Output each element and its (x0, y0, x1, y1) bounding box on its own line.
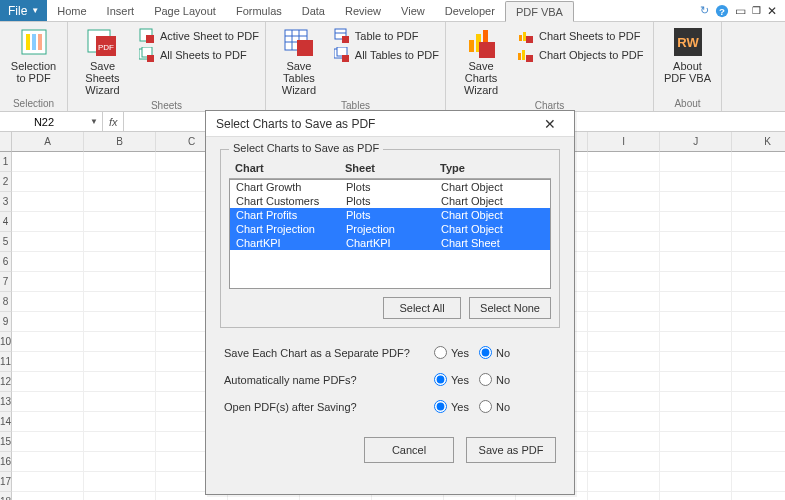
cell[interactable] (660, 392, 732, 412)
cell[interactable] (588, 212, 660, 232)
chart-list-row[interactable]: Chart GrowthPlotsChart Object (230, 180, 550, 194)
select-all-corner[interactable] (0, 132, 12, 152)
cell[interactable] (588, 232, 660, 252)
cell[interactable] (12, 272, 84, 292)
cell[interactable] (660, 372, 732, 392)
all-sheets-to-pdf-button[interactable]: All Sheets to PDF (139, 47, 259, 63)
cell[interactable] (588, 292, 660, 312)
row-header[interactable]: 2 (0, 172, 12, 192)
cell[interactable] (12, 392, 84, 412)
cell[interactable] (660, 192, 732, 212)
cell[interactable] (588, 332, 660, 352)
cell[interactable] (660, 332, 732, 352)
cell[interactable] (588, 372, 660, 392)
cell[interactable] (84, 452, 156, 472)
cell[interactable] (732, 472, 785, 492)
cell[interactable] (84, 212, 156, 232)
cell[interactable] (84, 232, 156, 252)
cell[interactable] (588, 192, 660, 212)
save-sheets-wizard-button[interactable]: PDF Save Sheets Wizard (74, 26, 131, 96)
cell[interactable] (84, 412, 156, 432)
opt-autoname-yes[interactable]: Yes (434, 373, 469, 386)
save-tables-wizard-button[interactable]: Save Tables Wizard (272, 26, 326, 96)
cell[interactable] (588, 352, 660, 372)
row-header[interactable]: 6 (0, 252, 12, 272)
chart-list-row[interactable]: Chart ProfitsPlotsChart Object (230, 208, 550, 222)
cell[interactable] (12, 212, 84, 232)
cell[interactable] (588, 392, 660, 412)
opt-autoname-no[interactable]: No (479, 373, 510, 386)
row-header[interactable]: 1 (0, 152, 12, 172)
save-charts-wizard-button[interactable]: Save Charts Wizard (452, 26, 510, 96)
cell[interactable] (732, 452, 785, 472)
row-header[interactable]: 9 (0, 312, 12, 332)
name-box-dropdown-icon[interactable]: ▼ (90, 117, 98, 126)
cell[interactable] (84, 252, 156, 272)
row-header[interactable]: 7 (0, 272, 12, 292)
cell[interactable] (732, 152, 785, 172)
sync-icon[interactable]: ↻ (700, 4, 709, 17)
tab-formulas[interactable]: Formulas (226, 0, 292, 21)
cell[interactable] (588, 252, 660, 272)
cell[interactable] (588, 452, 660, 472)
cell[interactable] (660, 172, 732, 192)
cell[interactable] (12, 472, 84, 492)
cell[interactable] (84, 272, 156, 292)
cell[interactable] (12, 192, 84, 212)
column-header[interactable]: B (84, 132, 156, 152)
row-header[interactable]: 11 (0, 352, 12, 372)
cell[interactable] (12, 372, 84, 392)
cell[interactable] (660, 312, 732, 332)
about-pdf-vba-button[interactable]: RW About PDF VBA (660, 26, 715, 84)
row-header[interactable]: 13 (0, 392, 12, 412)
cell[interactable] (732, 412, 785, 432)
cell[interactable] (12, 332, 84, 352)
cell[interactable] (732, 212, 785, 232)
cell[interactable] (12, 292, 84, 312)
row-header[interactable]: 5 (0, 232, 12, 252)
selection-to-pdf-button[interactable]: Selection to PDF (6, 26, 61, 84)
cell[interactable] (12, 252, 84, 272)
tab-home[interactable]: Home (47, 0, 96, 21)
cell[interactable] (84, 392, 156, 412)
cell[interactable] (84, 372, 156, 392)
all-tables-to-pdf-button[interactable]: All Tables to PDF (334, 47, 439, 63)
row-header[interactable]: 8 (0, 292, 12, 312)
cell[interactable] (84, 152, 156, 172)
column-header[interactable]: K (732, 132, 785, 152)
cell[interactable] (732, 492, 785, 500)
cell[interactable] (660, 152, 732, 172)
cell[interactable] (732, 332, 785, 352)
row-header[interactable]: 4 (0, 212, 12, 232)
cell[interactable] (12, 432, 84, 452)
column-header[interactable]: A (12, 132, 84, 152)
tab-review[interactable]: Review (335, 0, 391, 21)
cell[interactable] (84, 492, 156, 500)
chart-list-row[interactable]: ChartKPIChartKPIChart Sheet (230, 236, 550, 250)
cell[interactable] (84, 292, 156, 312)
cell[interactable] (732, 192, 785, 212)
cell[interactable] (732, 312, 785, 332)
cell[interactable] (660, 352, 732, 372)
cancel-button[interactable]: Cancel (364, 437, 454, 463)
column-header[interactable]: I (588, 132, 660, 152)
active-sheet-to-pdf-button[interactable]: Active Sheet to PDF (139, 28, 259, 44)
close-window-icon[interactable]: ✕ (767, 4, 777, 18)
tab-insert[interactable]: Insert (97, 0, 145, 21)
row-header[interactable]: 3 (0, 192, 12, 212)
opt-open-no[interactable]: No (479, 400, 510, 413)
tab-developer[interactable]: Developer (435, 0, 505, 21)
cell[interactable] (660, 272, 732, 292)
opt-separate-no[interactable]: No (479, 346, 510, 359)
tab-data[interactable]: Data (292, 0, 335, 21)
cell[interactable] (732, 392, 785, 412)
help-icon[interactable]: ? (715, 4, 729, 18)
cell[interactable] (660, 432, 732, 452)
row-header[interactable]: 12 (0, 372, 12, 392)
cell[interactable] (588, 472, 660, 492)
chart-sheets-to-pdf-button[interactable]: Chart Sheets to PDF (518, 28, 644, 44)
minimize-window-icon[interactable]: ▭ (735, 4, 746, 18)
tab-page-layout[interactable]: Page Layout (144, 0, 226, 21)
cell[interactable] (12, 152, 84, 172)
row-header[interactable]: 16 (0, 452, 12, 472)
